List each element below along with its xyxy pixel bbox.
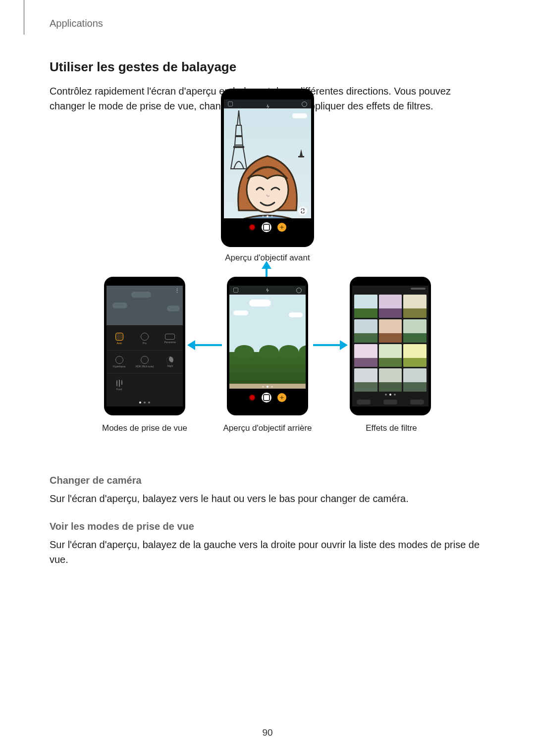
phone-mock-front-preview (221, 89, 314, 247)
effects-icon (277, 223, 286, 232)
mode-dots (224, 215, 311, 217)
header-rule (24, 0, 24, 35)
svg-marker-8 (279, 225, 284, 230)
arrow-left-icon (194, 344, 222, 346)
aspect-icon (228, 101, 233, 106)
filter-thumbnail (403, 344, 427, 367)
caption-filter-effects: Effets de filtre (337, 423, 446, 433)
mode-hdr-icon (141, 356, 149, 364)
more-icon: ⋮ (174, 288, 180, 294)
mode-auto-icon (115, 333, 123, 341)
gesture-diagram: Aperçu d'objectif avant ⋮ Auto (79, 128, 456, 455)
shutter-icon (262, 222, 271, 232)
effects-icon (277, 393, 286, 402)
filter-thumbnail (354, 295, 377, 318)
mode-grid: Auto Pro Panorama Hyperlapse HDR (Rich t… (107, 327, 183, 397)
subheading-view-modes: Voir les modes de prise de vue (50, 521, 485, 532)
filter-thumbnail (403, 319, 427, 343)
mode-panorama-icon (165, 334, 175, 340)
svg-marker-7 (301, 211, 302, 213)
mode-hyperlapse-icon (115, 356, 123, 364)
header-section-label: Applications (50, 18, 103, 29)
filter-bottom-options (352, 400, 428, 404)
tree-illustration (229, 352, 306, 387)
page-number: 90 (0, 727, 535, 738)
caption-rear-preview: Aperçu d'objectif arrière (213, 423, 322, 433)
record-icon (249, 224, 256, 231)
filter-pager-dots (352, 394, 428, 396)
phone-mock-filter-effects (350, 277, 431, 415)
phone-mock-rear-preview (227, 277, 308, 415)
mode-night-icon (166, 356, 173, 363)
filter-thumbnail (379, 368, 402, 392)
subheading-switch-camera: Changer de caméra (50, 475, 485, 486)
filter-grid (354, 295, 427, 392)
phone-mock-shooting-modes: ⋮ Auto Pro Panorama Hyperlapse HDR (Rich… (104, 277, 185, 415)
paragraph-view-modes: Sur l'écran d'aperçu, balayez de la gauc… (50, 537, 485, 567)
paragraph-switch-camera: Sur l'écran d'aperçu, balayez vers le ha… (50, 491, 485, 506)
svg-marker-10 (279, 395, 284, 400)
filter-thumbnail (379, 295, 402, 318)
filter-thumbnail (403, 368, 427, 392)
mode-dots (229, 386, 306, 388)
filter-tab-indicator (411, 288, 426, 290)
arrow-right-icon (313, 344, 341, 346)
svg-marker-6 (303, 209, 304, 211)
phone-topbar (229, 286, 306, 295)
record-icon (249, 394, 256, 401)
filter-thumbnail (403, 295, 427, 318)
switch-camera-icon (298, 206, 307, 215)
filter-thumbnail (379, 319, 402, 343)
filter-thumbnail (354, 319, 377, 343)
caption-shooting-modes: Modes de prise de vue (90, 423, 199, 433)
flash-icon (265, 286, 270, 295)
page-title: Utiliser les gestes de balayage (50, 59, 485, 75)
mode-pro-icon (141, 333, 149, 341)
filter-thumbnail (354, 368, 377, 392)
filter-thumbnail (379, 344, 402, 367)
mode-food-icon (116, 380, 122, 387)
aspect-icon (233, 288, 238, 293)
shutter-icon (262, 393, 271, 403)
filter-thumbnail (354, 344, 377, 367)
mode-pager-dots (107, 402, 183, 403)
svg-marker-9 (266, 288, 269, 293)
person-illustration (224, 136, 311, 220)
gear-icon (302, 101, 307, 107)
flash-icon (266, 102, 269, 106)
gear-icon (296, 288, 302, 293)
phone-topbar (224, 100, 311, 108)
phone-bottombar (224, 218, 311, 236)
phone-bottombar (229, 389, 306, 406)
